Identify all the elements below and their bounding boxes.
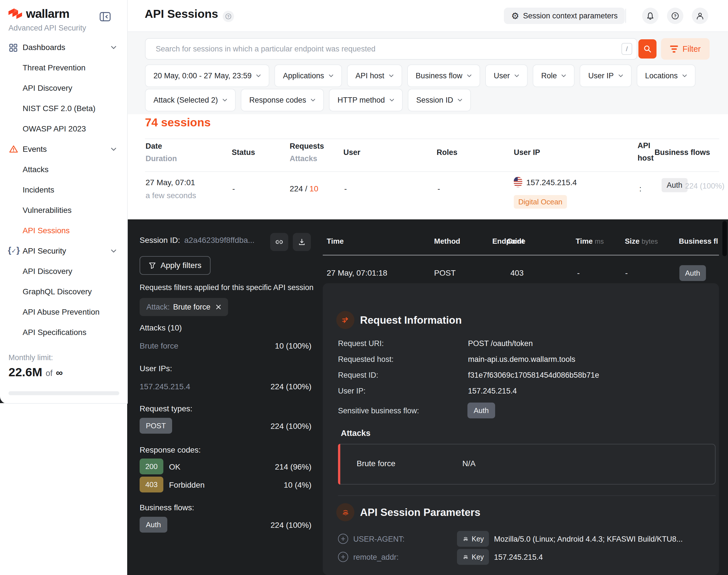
key-chip-user-agent[interactable]: Key — [457, 531, 489, 547]
sidebar-item-attacks[interactable]: Attacks — [23, 163, 48, 176]
stats-flows-heading: Business flows: — [140, 503, 194, 512]
filter-chip-locations[interactable]: Locations — [637, 64, 696, 87]
plus-icon — [341, 537, 345, 541]
expand-param-icon[interactable] — [338, 534, 348, 544]
code-403-value: 10 (4%) — [240, 481, 311, 489]
session-row[interactable] — [145, 172, 719, 219]
close-icon[interactable] — [216, 304, 221, 310]
auth-flow-chip: Auth — [140, 517, 167, 533]
bell-icon — [646, 11, 655, 20]
rt-col-business-flows: Business fl — [679, 237, 718, 246]
filter-chip-session-id[interactable]: Session ID — [408, 89, 471, 111]
filter-chips-row1: 20 May, 0:00 - 27 May, 23:59 Application… — [145, 64, 695, 87]
filter-chip-response-codes[interactable]: Response codes — [241, 89, 324, 111]
fingerprint-icon — [341, 508, 350, 516]
sidebar-item-vulnerabilities[interactable]: Vulnerabilities — [23, 204, 71, 216]
app-root: wallarm Advanced API Security Dashboards… — [0, 0, 728, 575]
col-api-host-2: host — [637, 154, 654, 163]
stats-reqtypes-heading: Request types: — [140, 404, 193, 413]
monthly-limit-progressbar — [8, 391, 119, 395]
filter-chip-user[interactable]: User — [485, 64, 528, 87]
card-attacks-heading: Attacks — [341, 429, 371, 438]
copy-link-button[interactable] — [270, 233, 288, 251]
filter-chip-date-range[interactable]: 20 May, 0:00 - 27 May, 23:59 — [145, 64, 269, 87]
apply-filters-button[interactable]: Apply filters — [140, 256, 211, 275]
row-requests: 224 / 10 — [290, 184, 318, 193]
request-id-value: f31e7f63069c170581454d086b58b71e — [468, 371, 599, 380]
filter-chip-api-host[interactable]: API host — [347, 64, 402, 87]
session-id-label: Session ID: — [140, 236, 180, 245]
request-detail-card — [323, 283, 719, 575]
row-date: 27 May, 07:01 — [145, 178, 195, 187]
col-user-ip: User IP — [514, 148, 540, 157]
monthly-limit-label: Monthly limit: — [8, 353, 53, 362]
rt-col-time: Time — [327, 237, 344, 246]
monthly-limit-of: of — [46, 369, 53, 378]
title-help-icon[interactable]: ? — [223, 11, 234, 22]
rt-col-code: Code — [507, 237, 525, 246]
panel-scrollbar[interactable] — [722, 221, 727, 256]
rt-row-code: 403 — [510, 269, 524, 278]
sidebar-group-dashboards[interactable]: Dashboards — [23, 41, 65, 54]
post-method-chip: POST — [140, 418, 172, 434]
session-params-title: API Session Parameters — [360, 507, 480, 518]
attack-filter-chip-label: Attack: — [146, 303, 170, 311]
sidebar-group-api-security[interactable]: API Security — [23, 245, 66, 257]
sidebar: wallarm Advanced API Security Dashboards… — [0, 0, 128, 404]
sidebar-item-threat-prevention[interactable]: Threat Prevention — [23, 62, 85, 74]
sidebar-item-nist-csf[interactable]: NIST CSF 2.0 (Beta) — [23, 102, 96, 115]
sidebar-item-api-discovery-2[interactable]: API Discovery — [23, 265, 72, 278]
attack-filter-chip[interactable]: Attack: Brute force — [140, 298, 228, 316]
sidebar-item-api-sessions[interactable]: API Sessions — [23, 225, 70, 237]
sidebar-group-events[interactable]: Events — [23, 143, 47, 156]
row-ip-provider-chip: Digital Ocean — [514, 195, 567, 209]
braces-check-icon: {✓} — [8, 245, 20, 255]
sidebar-item-api-specifications[interactable]: API Specifications — [23, 326, 86, 339]
filter-chip-applications[interactable]: Applications — [274, 64, 342, 87]
filter-chip-user-ip[interactable]: User IP — [580, 64, 631, 87]
attack-box-value: N/A — [462, 459, 476, 468]
chevron-down-icon — [389, 74, 394, 77]
search-button[interactable] — [638, 39, 657, 59]
key-chip-remote-addr[interactable]: Key — [457, 549, 489, 565]
rt-col-time-ms: Time ms — [576, 237, 604, 246]
sidebar-item-graphql-discovery[interactable]: GraphQL Discovery — [23, 285, 92, 298]
svg-text:?: ? — [227, 14, 230, 19]
filter-button[interactable]: Filter — [661, 38, 709, 60]
filter-chip-attack[interactable]: Attack (Selected 2) — [145, 89, 236, 111]
page-title: API Sessions — [145, 7, 218, 21]
row-api-host: : — [639, 184, 642, 193]
code-403-label: Forbidden — [169, 481, 205, 489]
rt-col-size: Size bytes — [625, 237, 658, 246]
rt-row-flow-chip: Auth — [680, 265, 706, 281]
code-403-chip: 403 — [140, 477, 163, 493]
chevron-down-icon — [111, 249, 116, 253]
sidebar-item-api-discovery[interactable]: API Discovery — [23, 82, 72, 94]
brand-tagline: Advanced API Security — [8, 24, 86, 33]
filter-chip-role[interactable]: Role — [533, 64, 575, 87]
chevron-down-icon — [311, 99, 315, 102]
expand-param-icon[interactable] — [338, 552, 348, 562]
link-icon — [275, 238, 283, 246]
session-context-button[interactable]: ⚙ Session context parameters — [504, 8, 625, 24]
filter-chip-business-flow[interactable]: Business flow — [407, 64, 480, 87]
download-icon — [298, 238, 306, 246]
header-divider — [625, 9, 626, 23]
sidebar-item-incidents[interactable]: Incidents — [23, 184, 54, 196]
rt-header-separator — [323, 255, 719, 256]
col-business-flows: Business flows — [655, 148, 710, 157]
notifications-button[interactable] — [642, 8, 658, 24]
chevron-down-icon — [222, 99, 227, 102]
search-shortcut-badge: / — [621, 43, 632, 55]
attack-filter-chip-value: Brute force — [173, 303, 211, 311]
session-params-icon — [336, 503, 354, 521]
collapse-sidebar-icon[interactable] — [100, 12, 111, 22]
sensitive-flow-label: Sensitive business flow: — [338, 407, 419, 415]
filter-chip-http-method[interactable]: HTTP method — [329, 89, 403, 111]
sidebar-item-api-abuse-prevention[interactable]: API Abuse Prevention — [23, 306, 100, 318]
account-button[interactable] — [692, 8, 708, 24]
help-button[interactable]: ? — [667, 8, 683, 24]
sidebar-item-owasp-api[interactable]: OWASP API 2023 — [23, 123, 86, 135]
search-input[interactable] — [145, 44, 621, 54]
download-button[interactable] — [293, 233, 311, 251]
